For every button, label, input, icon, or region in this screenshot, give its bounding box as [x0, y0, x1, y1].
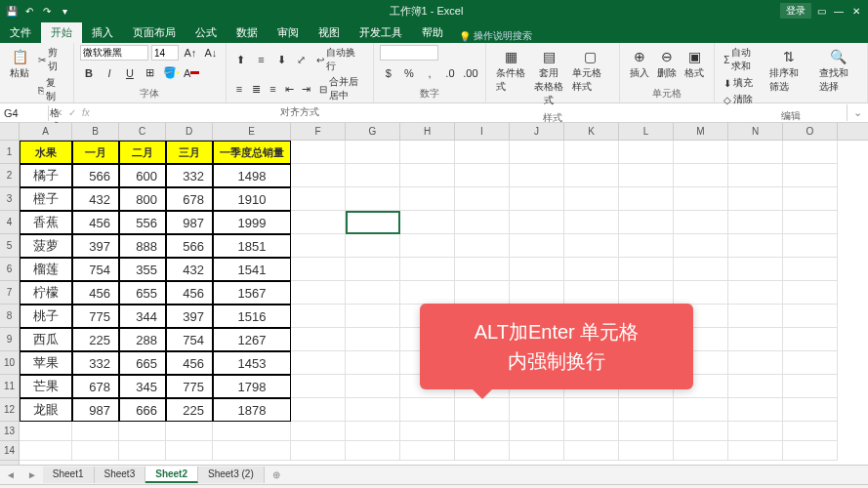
cell[interactable] — [783, 281, 838, 305]
cell[interactable] — [674, 398, 728, 422]
cell[interactable] — [346, 281, 400, 305]
fill-button[interactable]: ⬇ 填充 — [721, 75, 762, 91]
cell[interactable] — [564, 258, 619, 281]
col-header-J[interactable]: J — [510, 123, 564, 140]
border-button[interactable]: ⊞ — [142, 65, 159, 81]
find-select-button[interactable]: 🔍查找和选择 — [815, 45, 861, 107]
cell[interactable] — [619, 281, 674, 305]
cell[interactable]: 菠萝 — [20, 234, 72, 258]
login-button[interactable]: 登录 — [780, 3, 811, 19]
cell[interactable] — [72, 441, 119, 461]
cell[interactable] — [510, 211, 564, 234]
autosum-button[interactable]: Σ 自动求和 — [721, 45, 762, 74]
cell[interactable] — [619, 187, 674, 211]
col-header-N[interactable]: N — [728, 123, 783, 140]
cell[interactable] — [291, 305, 346, 328]
cell[interactable]: 456 — [166, 351, 213, 375]
cell[interactable] — [291, 328, 346, 351]
col-header-I[interactable]: I — [455, 123, 510, 140]
cell[interactable] — [346, 234, 400, 258]
orientation-icon[interactable]: ⤢ — [293, 52, 310, 67]
cell[interactable] — [564, 234, 619, 258]
percent-icon[interactable]: % — [400, 65, 418, 81]
cell[interactable]: 655 — [119, 281, 166, 305]
fill-color-button[interactable]: 🪣 — [162, 65, 180, 81]
cell[interactable] — [510, 441, 564, 461]
cell[interactable] — [728, 441, 783, 461]
cell[interactable] — [291, 351, 346, 375]
cell[interactable] — [346, 441, 400, 461]
cell[interactable]: 1453 — [213, 351, 291, 375]
tab-review[interactable]: 审阅 — [268, 22, 309, 43]
cell[interactable]: 987 — [166, 211, 213, 234]
cell[interactable]: 666 — [119, 398, 166, 422]
cell[interactable] — [346, 164, 400, 187]
align-middle-icon[interactable]: ≡ — [253, 52, 270, 67]
row-header[interactable]: 8 — [0, 305, 19, 328]
cell[interactable] — [674, 187, 728, 211]
font-color-button[interactable]: A — [183, 65, 200, 81]
cell[interactable]: 芒果 — [20, 375, 72, 398]
indent-dec-icon[interactable]: ⇤ — [283, 81, 297, 97]
cell[interactable] — [400, 441, 455, 461]
cell[interactable]: 987 — [72, 398, 119, 422]
cell[interactable] — [20, 422, 72, 441]
tell-me[interactable]: 💡 操作说明搜索 — [459, 29, 532, 43]
cell[interactable] — [166, 422, 213, 441]
cell[interactable] — [674, 281, 728, 305]
cell[interactable] — [291, 441, 346, 461]
cell[interactable] — [291, 211, 346, 234]
cell[interactable]: 龙眼 — [20, 398, 72, 422]
cell[interactable] — [510, 281, 564, 305]
sheet-tab[interactable]: Sheet1 — [43, 467, 95, 483]
cell[interactable]: 556 — [119, 211, 166, 234]
cell[interactable] — [783, 258, 838, 281]
col-header-C[interactable]: C — [119, 123, 166, 140]
cell[interactable] — [455, 422, 510, 441]
cell[interactable]: 888 — [119, 234, 166, 258]
col-header-E[interactable]: E — [213, 123, 291, 140]
cell[interactable] — [346, 211, 400, 234]
row-header[interactable]: 6 — [0, 258, 19, 281]
font-size-combo[interactable] — [151, 45, 179, 61]
qat-more-icon[interactable]: ▾ — [57, 3, 72, 19]
cell[interactable]: 332 — [72, 351, 119, 375]
cell[interactable] — [728, 328, 783, 351]
cell[interactable] — [400, 211, 455, 234]
cell[interactable]: 432 — [72, 187, 119, 211]
cell[interactable] — [619, 398, 674, 422]
cell-styles-button[interactable]: ▢单元格样式 — [568, 45, 614, 109]
sheet-nav-prev[interactable]: ◄ — [0, 469, 21, 480]
cell[interactable] — [783, 211, 838, 234]
cell[interactable] — [783, 141, 838, 164]
cell[interactable] — [619, 164, 674, 187]
cell[interactable] — [728, 141, 783, 164]
cell[interactable]: 345 — [119, 375, 166, 398]
wrap-text-button[interactable]: ↩ 自动换行 — [313, 45, 367, 74]
sort-filter-button[interactable]: ⇅排序和筛选 — [765, 45, 811, 107]
align-top-icon[interactable]: ⬆ — [232, 52, 250, 67]
col-header-H[interactable]: H — [400, 123, 455, 140]
row-header[interactable]: 9 — [0, 328, 19, 351]
cell[interactable]: 榴莲 — [20, 258, 72, 281]
cell[interactable]: 柠檬 — [20, 281, 72, 305]
comma-icon[interactable]: , — [421, 65, 438, 81]
cell[interactable] — [346, 141, 400, 164]
cell[interactable]: 397 — [72, 234, 119, 258]
close-icon[interactable]: ✕ — [848, 3, 864, 19]
row-header[interactable]: 11 — [0, 375, 19, 398]
cell[interactable]: 225 — [72, 328, 119, 351]
increase-font-icon[interactable]: A↑ — [182, 45, 199, 61]
cell[interactable]: 西瓜 — [20, 328, 72, 351]
cell[interactable]: 665 — [119, 351, 166, 375]
decrease-font-icon[interactable]: A↓ — [202, 45, 220, 61]
cell[interactable]: 1498 — [213, 164, 291, 187]
cell[interactable] — [728, 187, 783, 211]
cell[interactable] — [291, 398, 346, 422]
cell[interactable] — [213, 441, 291, 461]
cell[interactable] — [728, 281, 783, 305]
cell[interactable] — [510, 141, 564, 164]
cell[interactable] — [20, 441, 72, 461]
cell[interactable] — [510, 164, 564, 187]
row-header[interactable]: 2 — [0, 164, 19, 187]
